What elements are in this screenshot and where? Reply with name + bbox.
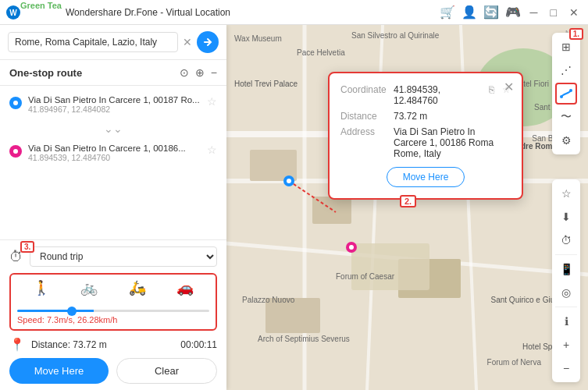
badge-1: 1. <box>569 28 583 40</box>
route-separator: ⌄⌄ <box>0 119 226 139</box>
search-input[interactable] <box>8 32 178 52</box>
speed-text: Speed: 7.3m/s, 26.28km/h <box>17 315 209 324</box>
car-icon[interactable]: 🚗 <box>176 279 194 296</box>
toolbar-phone-icon[interactable]: 📱 <box>555 258 577 280</box>
close-btn[interactable]: ✕ <box>566 6 582 19</box>
badge-2: 2. <box>400 195 416 207</box>
popup-close-button[interactable]: ✕ <box>504 80 514 94</box>
main-container: ✕ One-stop route ⊙ ⊕ − Vi <box>0 25 588 390</box>
route-item-coords-2: 41.894539, 12.484760 <box>28 153 201 162</box>
speed-slider[interactable] <box>17 310 209 312</box>
collapse-icon[interactable]: − <box>211 66 217 79</box>
map-label-palazzo: Palazzo Nuovo <box>242 296 294 304</box>
trip-control: 3. ⏱ Round trip One way Loop <box>9 246 217 267</box>
transport-row: 🚶 🚲 🛵 🚗 <box>17 279 209 296</box>
search-bar: ✕ <box>0 25 226 60</box>
route-star-2[interactable]: ☆ <box>207 144 217 156</box>
toolbar-route-icon[interactable] <box>555 83 577 105</box>
toolbar-top: ⊞ ⋰ 〜 ⚙ 1. <box>552 33 580 154</box>
svg-rect-12 <box>398 259 461 298</box>
route-item-coords-1: 41.894967, 12.484082 <box>28 105 201 114</box>
bike-icon[interactable]: 🚲 <box>80 279 98 296</box>
svg-rect-13 <box>265 298 320 333</box>
trip-select[interactable]: Round trip One way Loop <box>30 246 217 267</box>
route-item-2[interactable]: Via Di San Pietro In Carcere 1, 00186...… <box>0 139 226 167</box>
svg-point-18 <box>346 242 357 253</box>
route-item-name-1: Via Di San Pietro In Carcere 1, 00187 Ro… <box>28 95 201 105</box>
toolbar-download-icon[interactable]: ⬇ <box>555 206 577 228</box>
cart-icon[interactable]: 🛒 <box>440 5 455 20</box>
home-icon[interactable]: ⊙ <box>180 66 189 79</box>
svg-point-19 <box>349 245 354 250</box>
toolbar-info-icon[interactable]: ℹ <box>555 310 577 332</box>
titlebar: W Green Tea Wondershare Dr.Fone - Virtua… <box>0 0 588 25</box>
map-label-wax: Wax Museum <box>234 34 282 43</box>
route-star-1[interactable]: ☆ <box>207 95 217 108</box>
popup-card: ✕ Coordinate 41.894539, 12.484760 ⎘ ☆ Di… <box>328 72 523 200</box>
route-title: One-stop route <box>9 67 82 79</box>
badge-3: 3. <box>20 241 34 253</box>
popup-distance-row: Distance 73.72 m <box>340 111 511 122</box>
svg-point-17 <box>287 179 291 183</box>
green-tea-label: Green Tea <box>20 2 62 10</box>
toolbar-location-icon[interactable]: ◎ <box>555 282 577 303</box>
left-panel: ✕ One-stop route ⊙ ⊕ − Vi <box>0 25 226 390</box>
route-header-icons: ⊙ ⊕ − <box>180 66 217 79</box>
walk-icon[interactable]: 🚶 <box>33 279 50 296</box>
route-dot-2 <box>9 145 22 158</box>
toolbar-star-icon[interactable]: ☆ <box>555 183 577 204</box>
map-label-pace: Pace Helvetia <box>297 48 345 57</box>
toolbar-zoom-out-icon[interactable]: − <box>555 357 577 379</box>
map-label-nerva: Forum of Nerva <box>487 358 541 367</box>
bottom-controls: 3. ⏱ Round trip One way Loop 🚶 🚲 🛵 🚗 <box>0 239 226 390</box>
move-here-button[interactable]: Move Here <box>9 358 109 384</box>
toolbar-path-icon[interactable]: 〜 <box>555 106 577 128</box>
route-svg-icon <box>560 87 572 100</box>
toolbar-zoom-in-icon[interactable]: + <box>555 334 577 356</box>
popup-move-here-button[interactable]: Move Here <box>387 167 465 187</box>
route-dot-1 <box>9 97 22 109</box>
svg-point-16 <box>283 176 294 186</box>
svg-rect-11 <box>312 197 351 224</box>
route-dot-inner-1 <box>13 101 18 105</box>
right-toolbar: ⊞ ⋰ 〜 ⚙ 1. ☆ <box>552 33 580 382</box>
popup-copy-icon[interactable]: ⎘ <box>489 84 494 95</box>
speed-box: 🚶 🚲 🛵 🚗 Speed: 7.3m/s, 26.28km/h <box>9 273 217 331</box>
distance-icon: 📍 <box>9 337 25 352</box>
toolbar-divider-2 <box>555 307 577 307</box>
svg-rect-10 <box>250 150 297 181</box>
route-item-content-2: Via Di San Pietro In Carcere 1, 00186...… <box>28 144 201 162</box>
refresh-icon[interactable]: 🔄 <box>483 5 499 20</box>
toolbar-nodes-icon[interactable]: ⋰ <box>555 59 577 81</box>
popup-coordinate-value: 41.894539, 12.484760 <box>394 84 479 106</box>
svg-line-5 <box>226 243 588 275</box>
route-dot-inner-2 <box>13 149 18 154</box>
popup-distance-value: 73.72 m <box>394 111 511 122</box>
route-item-name-2: Via Di San Pietro In Carcere 1, 00186... <box>28 144 201 153</box>
user-icon[interactable]: 👤 <box>461 5 477 20</box>
add-waypoint-icon[interactable]: ⊕ <box>195 66 205 79</box>
popup-address-label: Address <box>340 126 387 137</box>
minimize-btn[interactable]: ─ <box>527 6 541 19</box>
toolbar-divider-1 <box>555 254 577 255</box>
svg-point-21 <box>569 89 572 92</box>
toolbar-history-icon[interactable]: ⏱ <box>555 229 577 251</box>
app-icon: W <box>6 5 20 20</box>
maximize-btn[interactable]: □ <box>547 6 560 19</box>
svg-rect-14 <box>351 243 429 290</box>
route-item-1[interactable]: Via Di San Pietro In Carcere 1, 00187 Ro… <box>0 90 226 119</box>
clear-button[interactable]: Clear <box>116 358 217 384</box>
popup-distance-label: Distance <box>340 111 387 122</box>
map-label-forum-caesar: Forum of Caesar <box>336 272 394 281</box>
route-list: Via Di San Pietro In Carcere 1, 00187 Ro… <box>0 86 226 239</box>
scooter-icon[interactable]: 🛵 <box>129 279 146 296</box>
search-go-button[interactable] <box>197 31 219 53</box>
search-clear-icon[interactable]: ✕ <box>183 36 192 48</box>
arrow-right-icon <box>202 37 213 48</box>
gamepad-icon[interactable]: 🎮 <box>505 5 521 20</box>
map-area[interactable]: Wax Museum Pace Helvetia San Silvestro a… <box>226 25 588 390</box>
route-item-content-1: Via Di San Pietro In Carcere 1, 00187 Ro… <box>28 95 201 114</box>
trip-icon: 3. ⏱ <box>9 249 23 265</box>
popup-address-value: Via Di San Pietro In Carcere 1, 00186 Ro… <box>394 126 511 159</box>
toolbar-settings-icon[interactable]: ⚙ <box>555 129 577 151</box>
